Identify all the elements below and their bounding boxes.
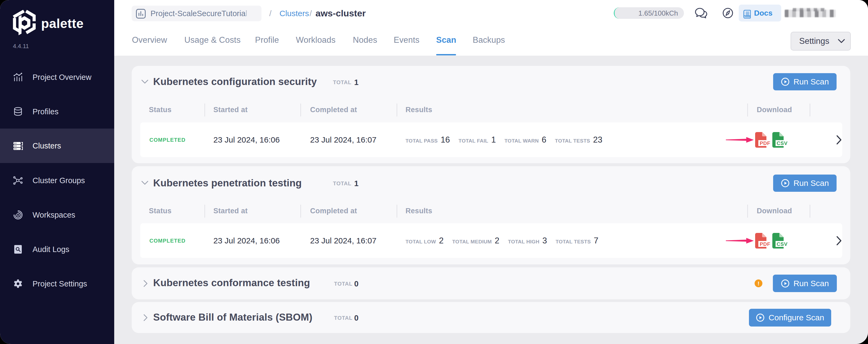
svg-text:CSV: CSV <box>777 241 788 247</box>
svg-text:CSV: CSV <box>777 140 788 146</box>
svg-text:PDF: PDF <box>760 241 770 247</box>
svg-text:PDF: PDF <box>760 140 770 146</box>
